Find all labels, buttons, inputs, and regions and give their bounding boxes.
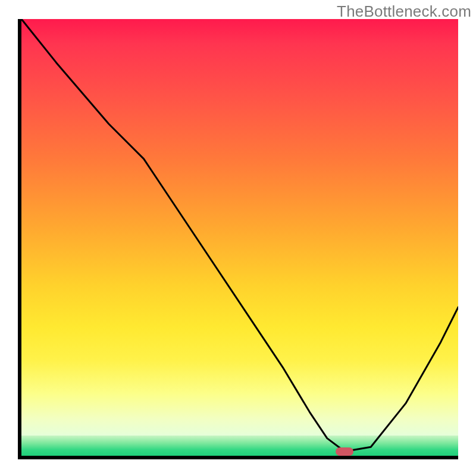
minimum-marker [336,447,353,456]
bottleneck-curve [21,19,458,456]
curve-path [21,19,458,452]
watermark-label: TheBottleneck.com [337,2,471,21]
chart-stage: TheBottleneck.com [0,0,476,476]
plot-area [18,19,458,459]
